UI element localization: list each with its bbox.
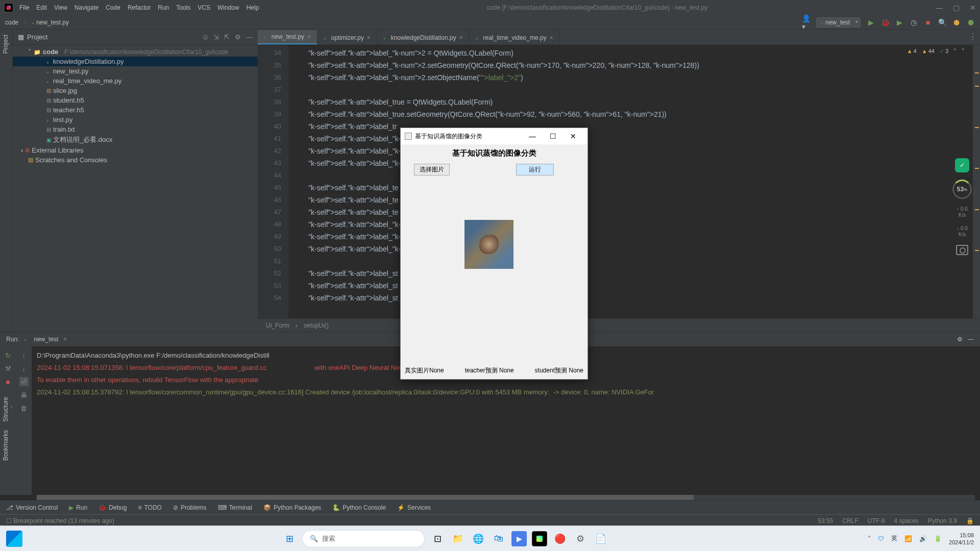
- ide-settings-icon[interactable]: ⬢: [952, 18, 961, 27]
- indent-setting[interactable]: 4 spaces: [894, 517, 919, 524]
- dialog-maximize-icon[interactable]: ☐: [543, 132, 563, 140]
- wrap-icon[interactable]: ⏎: [19, 377, 29, 386]
- start-button[interactable]: [6, 531, 22, 547]
- edge-icon[interactable]: 🌐: [471, 531, 486, 546]
- menu-vcs[interactable]: VCS: [198, 4, 210, 11]
- hide-icon[interactable]: —: [246, 33, 253, 41]
- inspection-badges[interactable]: 4 44 3 ˄ ˅: [907, 48, 965, 55]
- expand-icon[interactable]: ⇲: [213, 33, 219, 41]
- breadcrumb-root[interactable]: code: [5, 19, 18, 26]
- delete-icon[interactable]: 🗑: [19, 404, 29, 413]
- weak-warnings-badge[interactable]: 44: [922, 48, 935, 55]
- menu-refactor[interactable]: Refactor: [128, 4, 151, 11]
- dialog-titlebar[interactable]: 基于知识蒸馏的图像分类 — ☐ ✕: [401, 128, 587, 144]
- shield-icon[interactable]: ✓: [955, 158, 969, 172]
- run-button[interactable]: ▶Run: [69, 504, 87, 511]
- breadcrumb-file[interactable]: new_test.py: [36, 19, 69, 26]
- python-packages-button[interactable]: 📦Python Packages: [263, 504, 321, 511]
- run-settings-icon[interactable]: ⚙: [957, 336, 963, 343]
- tab-optimizer[interactable]: optimizer.py×: [317, 31, 377, 44]
- chevron-right-icon[interactable]: ›: [21, 146, 23, 154]
- file-encoding[interactable]: UTF-8: [868, 517, 885, 524]
- tab-realtime[interactable]: real_time_video_me.py×: [470, 31, 560, 44]
- battery-icon[interactable]: 🔋: [934, 535, 942, 542]
- tree-file[interactable]: ▣ 文档说明_必看.docx: [13, 134, 258, 145]
- minimize-icon[interactable]: —: [936, 4, 943, 12]
- volume-icon[interactable]: 🔊: [919, 535, 927, 542]
- print-icon[interactable]: 🖶: [19, 390, 29, 399]
- code-area[interactable]: 4 44 3 ˄ ˅ 34353637383940414243444546474…: [258, 45, 980, 318]
- menu-file[interactable]: File: [19, 4, 29, 11]
- task-view-icon[interactable]: ⊡: [430, 531, 445, 546]
- tree-file[interactable]: ▤ train.txt: [13, 124, 258, 134]
- typos-badge[interactable]: 3: [940, 48, 948, 55]
- up-icon[interactable]: ↑: [19, 350, 29, 360]
- tree-file[interactable]: test.py: [13, 115, 258, 124]
- line-separator[interactable]: CRLF: [842, 517, 858, 524]
- close-tab-icon[interactable]: ×: [367, 34, 371, 41]
- menu-help[interactable]: Help: [247, 4, 259, 11]
- menu-code[interactable]: Code: [106, 4, 120, 11]
- interpreter[interactable]: Python 3.9: [928, 517, 957, 524]
- progress-circle[interactable]: 53%: [952, 180, 972, 199]
- close-tab-icon[interactable]: ×: [550, 34, 553, 41]
- security-icon[interactable]: 🛡: [878, 535, 884, 542]
- menu-navigate[interactable]: Navigate: [75, 4, 99, 11]
- services-button[interactable]: ⚡Services: [397, 504, 431, 511]
- menu-edit[interactable]: Edit: [36, 4, 47, 11]
- run-button[interactable]: 运行: [516, 164, 554, 176]
- clock[interactable]: 15:08 2024/11/2: [949, 532, 974, 546]
- settings-icon[interactable]: ⚙: [235, 33, 241, 41]
- tree-file[interactable]: new_test.py: [13, 66, 258, 76]
- tree-root[interactable]: ˅ code F:\demo\classification\knowledgeD…: [13, 47, 258, 57]
- tree-file[interactable]: real_time_video_me.py: [13, 76, 258, 86]
- stop-icon[interactable]: ■: [924, 18, 932, 27]
- console-scrollbar[interactable]: [37, 495, 975, 500]
- ime-indicator[interactable]: 英: [891, 534, 897, 543]
- tray-expand-icon[interactable]: ˄: [868, 535, 871, 542]
- todo-button[interactable]: ≡TODO: [138, 504, 161, 511]
- user-icon[interactable]: 👤▾: [802, 18, 810, 27]
- app-icon[interactable]: ▶: [511, 531, 527, 546]
- problems-button[interactable]: ⊘Problems: [173, 504, 207, 511]
- windows-icon[interactable]: ⊞: [282, 531, 297, 546]
- select-image-button[interactable]: 选择图片: [414, 164, 450, 176]
- tree-scratches[interactable]: ▨ Scratches and Consoles: [13, 155, 258, 165]
- close-tab-icon[interactable]: ×: [307, 33, 311, 40]
- tabs-more-icon[interactable]: ⋮: [966, 29, 980, 44]
- cursor-position[interactable]: 53:55: [818, 517, 833, 524]
- app2-icon[interactable]: ⚙: [573, 531, 588, 546]
- taskbar-search[interactable]: 🔍 搜索: [302, 530, 425, 547]
- tree-file[interactable]: knowledgeDistillation.py: [13, 57, 258, 66]
- scroll-strip[interactable]: [973, 45, 980, 318]
- dialog-close-icon[interactable]: ✕: [563, 132, 583, 140]
- structure-tool-button[interactable]: Structure: [0, 393, 11, 426]
- close-tab-icon[interactable]: ×: [459, 34, 463, 41]
- run-icon[interactable]: ▶: [867, 18, 875, 27]
- wifi-icon[interactable]: 📶: [904, 535, 912, 542]
- pycharm-icon[interactable]: [532, 531, 547, 546]
- menu-tools[interactable]: Tools: [176, 4, 190, 11]
- down-icon[interactable]: ↓: [19, 364, 29, 373]
- menu-run[interactable]: Run: [158, 4, 169, 11]
- debug-button[interactable]: 🐞Debug: [99, 504, 127, 511]
- warnings-badge[interactable]: 4: [907, 48, 917, 55]
- tab-new-test[interactable]: new_test.py×: [258, 30, 317, 44]
- run-hide-icon[interactable]: —: [968, 336, 974, 343]
- terminal-button[interactable]: ⌨Terminal: [218, 504, 252, 511]
- readonly-icon[interactable]: 🔒: [966, 517, 974, 524]
- dialog-minimize-icon[interactable]: —: [522, 132, 543, 140]
- run-config-dropdown[interactable]: new_test: [816, 17, 861, 28]
- store-icon[interactable]: 🛍: [491, 531, 506, 546]
- camera-icon[interactable]: [956, 245, 968, 255]
- project-tool-button[interactable]: Project: [0, 30, 11, 59]
- chrome-icon[interactable]: 🔴: [552, 531, 568, 546]
- explorer-icon[interactable]: 📁: [450, 531, 465, 546]
- tree-file[interactable]: ▧ slice.jpg: [13, 86, 258, 95]
- menu-window[interactable]: Window: [217, 4, 239, 11]
- collapse-icon[interactable]: ⇱: [224, 33, 230, 41]
- chevron-down-icon[interactable]: ˅: [962, 48, 965, 55]
- profile-icon[interactable]: ◷: [910, 18, 918, 27]
- tree-external-libs[interactable]: › ⊞ External Libraries: [13, 145, 258, 155]
- version-control-button[interactable]: ⎇Version Control: [6, 504, 58, 511]
